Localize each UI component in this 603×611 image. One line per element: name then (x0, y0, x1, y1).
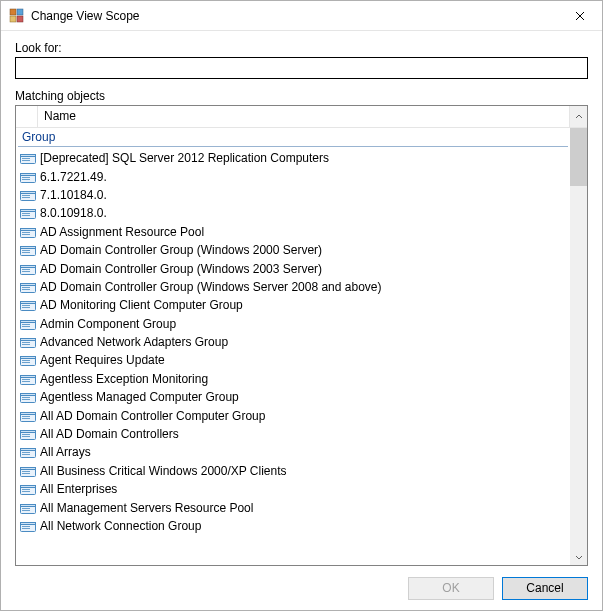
list-item[interactable]: [Deprecated] SQL Server 2012 Replication… (16, 149, 570, 167)
list-item[interactable]: AD Domain Controller Group (Windows 2000… (16, 241, 570, 259)
close-icon (575, 11, 585, 21)
window-title: Change View Scope (31, 9, 557, 23)
matching-objects-label: Matching objects (15, 89, 588, 103)
titlebar: Change View Scope (1, 1, 602, 31)
list-item-label: 8.0.10918.0. (40, 206, 107, 220)
list-item-label: AD Domain Controller Group (Windows 2000… (40, 243, 322, 257)
matching-objects-list: Name Group [Deprecated] SQL Server 2012 … (15, 105, 588, 566)
list-item-label: All Enterprises (40, 482, 117, 496)
dialog-content: Look for: Matching objects Name Group [D… (1, 31, 602, 566)
svg-rect-47 (21, 339, 36, 341)
svg-rect-35 (21, 283, 36, 285)
list-item[interactable]: All AD Domain Controller Computer Group (16, 406, 570, 424)
list-item-label: All Management Servers Resource Pool (40, 501, 253, 515)
svg-rect-7 (21, 155, 36, 157)
group-icon (20, 427, 36, 441)
list-item-label: AD Assignment Resource Pool (40, 225, 204, 239)
svg-rect-83 (21, 504, 36, 506)
list-item[interactable]: Agent Requires Update (16, 351, 570, 369)
svg-rect-15 (21, 191, 36, 193)
group-icon (20, 298, 36, 312)
cancel-button[interactable]: Cancel (502, 577, 588, 600)
list-item[interactable]: Agentless Exception Monitoring (16, 370, 570, 388)
list-item-label: Agentless Managed Computer Group (40, 390, 239, 404)
svg-rect-63 (21, 412, 36, 414)
svg-rect-2 (10, 16, 16, 22)
svg-rect-71 (21, 449, 36, 451)
list-item[interactable]: AD Domain Controller Group (Windows Serv… (16, 278, 570, 296)
group-icon (20, 372, 36, 386)
look-for-input[interactable] (15, 57, 588, 79)
close-button[interactable] (557, 1, 602, 30)
list-item-label: [Deprecated] SQL Server 2012 Replication… (40, 151, 329, 165)
list-item[interactable]: AD Monitoring Client Computer Group (16, 296, 570, 314)
list-item-label: AD Domain Controller Group (Windows Serv… (40, 280, 382, 294)
list-item[interactable]: All Business Critical Windows 2000/XP Cl… (16, 462, 570, 480)
dialog-footer: OK Cancel (1, 566, 602, 610)
name-column-header[interactable]: Name (38, 106, 570, 127)
svg-rect-43 (21, 320, 36, 322)
group-icon (20, 390, 36, 404)
svg-rect-19 (21, 210, 36, 212)
svg-rect-51 (21, 357, 36, 359)
group-icon (20, 501, 36, 515)
list-item-label: Agentless Exception Monitoring (40, 372, 208, 386)
group-icon (20, 482, 36, 496)
vertical-scrollbar[interactable] (570, 128, 587, 565)
group-icon (20, 262, 36, 276)
list-item-label: Admin Component Group (40, 317, 176, 331)
svg-rect-59 (21, 394, 36, 396)
scroll-up-button[interactable] (570, 106, 587, 127)
svg-rect-27 (21, 247, 36, 249)
list-item[interactable]: All Network Connection Group (16, 517, 570, 535)
list-item-label: AD Domain Controller Group (Windows 2003… (40, 262, 322, 276)
look-for-label: Look for: (15, 41, 588, 55)
app-icon (9, 8, 25, 24)
svg-rect-39 (21, 302, 36, 304)
list-item[interactable]: Agentless Managed Computer Group (16, 388, 570, 406)
list-item[interactable]: All Arrays (16, 443, 570, 461)
list-item-label: Advanced Network Adapters Group (40, 335, 228, 349)
list-item[interactable]: All Enterprises (16, 480, 570, 498)
list-item-label: Agent Requires Update (40, 353, 165, 367)
checkbox-column-header[interactable] (16, 106, 38, 127)
list-header: Name (16, 106, 587, 128)
group-icon (20, 519, 36, 533)
list-item[interactable]: 8.0.10918.0. (16, 204, 570, 222)
scrollbar-thumb[interactable] (570, 128, 587, 186)
svg-rect-79 (21, 486, 36, 488)
list-item[interactable]: All AD Domain Controllers (16, 425, 570, 443)
list-item-label: All Business Critical Windows 2000/XP Cl… (40, 464, 287, 478)
list-item[interactable]: All Management Servers Resource Pool (16, 498, 570, 516)
group-icon (20, 170, 36, 184)
list-item[interactable]: 6.1.7221.49. (16, 167, 570, 185)
list-item-label: All AD Domain Controller Computer Group (40, 409, 265, 423)
svg-rect-67 (21, 431, 36, 433)
list-item[interactable]: 7.1.10184.0. (16, 186, 570, 204)
list-item-label: All Arrays (40, 445, 91, 459)
svg-rect-87 (21, 523, 36, 525)
group-icon (20, 445, 36, 459)
group-icon (20, 409, 36, 423)
list-item[interactable]: Advanced Network Adapters Group (16, 333, 570, 351)
list-item[interactable]: AD Domain Controller Group (Windows 2003… (16, 259, 570, 277)
list-rows: Group [Deprecated] SQL Server 2012 Repli… (16, 128, 570, 565)
list-item[interactable]: Admin Component Group (16, 315, 570, 333)
ok-button: OK (408, 577, 494, 600)
svg-rect-23 (21, 228, 36, 230)
svg-rect-1 (17, 9, 23, 15)
group-icon (20, 225, 36, 239)
scroll-down-button[interactable] (570, 548, 587, 565)
list-item[interactable]: AD Assignment Resource Pool (16, 223, 570, 241)
group-icon (20, 353, 36, 367)
group-header[interactable]: Group (18, 128, 568, 147)
list-item-label: 6.1.7221.49. (40, 170, 107, 184)
group-icon (20, 206, 36, 220)
list-item-label: All Network Connection Group (40, 519, 201, 533)
group-icon (20, 335, 36, 349)
list-item-label: 7.1.10184.0. (40, 188, 107, 202)
list-item-label: AD Monitoring Client Computer Group (40, 298, 243, 312)
chevron-up-icon (575, 113, 583, 121)
group-icon (20, 464, 36, 478)
list-body: Group [Deprecated] SQL Server 2012 Repli… (16, 128, 587, 565)
